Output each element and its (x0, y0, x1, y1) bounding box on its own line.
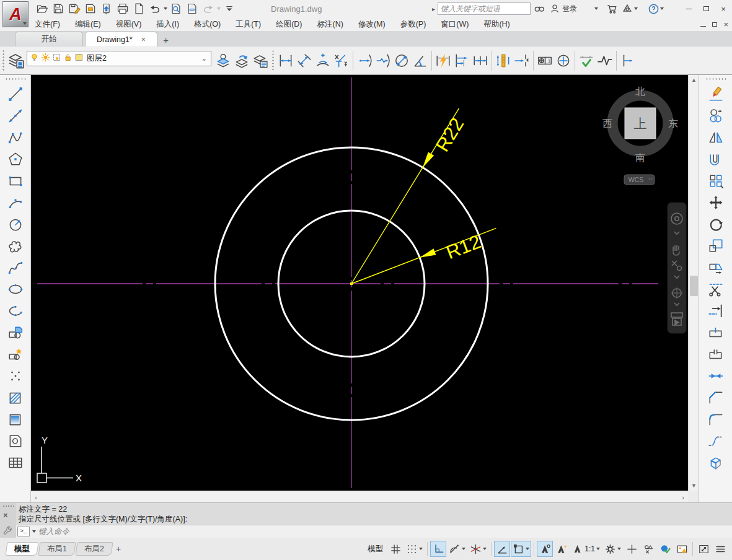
isodraft-dropdown-icon[interactable] (483, 548, 487, 550)
break-at-point-button[interactable] (705, 322, 726, 343)
undo-dropdown-icon[interactable] (164, 7, 167, 10)
dim-inspect-button[interactable] (577, 50, 596, 72)
preview-button[interactable] (169, 1, 183, 16)
join-button[interactable] (705, 365, 726, 387)
save-web-button[interactable] (83, 1, 98, 16)
ortho-toggle[interactable] (430, 541, 446, 557)
menu-item-10[interactable]: 窗口(W) (441, 19, 469, 30)
close-button[interactable]: × (715, 2, 732, 15)
viewcube-north-label[interactable]: 北 (635, 86, 645, 97)
plot-button[interactable] (115, 1, 130, 16)
layer-previous-button[interactable] (232, 50, 251, 72)
menu-item-0[interactable]: 文件(F) (35, 19, 60, 30)
polar-dropdown-icon[interactable] (462, 548, 465, 550)
quick-dim-button[interactable] (434, 50, 452, 72)
color-swatch-icon[interactable] (74, 53, 84, 64)
dim-linear-button[interactable] (276, 50, 295, 72)
explode-button[interactable] (705, 452, 726, 473)
vertical-scroll-thumb[interactable] (690, 276, 698, 296)
dim-break-button[interactable] (513, 50, 531, 72)
grid-toggle[interactable] (387, 541, 403, 557)
toolbar-grip[interactable] (271, 50, 275, 72)
viewcube[interactable]: 上北南西东 (602, 86, 678, 163)
menu-item-3[interactable]: 插入(I) (156, 19, 179, 30)
make-current-button[interactable] (214, 50, 232, 72)
move-button[interactable] (705, 191, 726, 213)
expand-arrow-icon[interactable]: ▸ (432, 6, 435, 12)
signin-user-icon[interactable] (548, 2, 562, 15)
customize-button[interactable] (222, 1, 237, 16)
bulb-on-icon[interactable] (30, 53, 39, 64)
workspace-gear-toggle[interactable] (602, 541, 623, 557)
blend-curves-button[interactable] (705, 430, 726, 452)
doc-close-button[interactable]: × (723, 20, 728, 29)
command-input[interactable]: >_ 键入命令 (16, 525, 732, 538)
center-mark-button[interactable] (554, 50, 573, 72)
crosshair-plus-toggle[interactable] (624, 541, 640, 557)
save-button[interactable] (51, 1, 66, 16)
circle-button[interactable] (5, 213, 26, 235)
annotation-scale-dropdown-icon[interactable] (596, 548, 600, 550)
layer-properties-button[interactable] (7, 50, 25, 72)
make-block-button[interactable] (5, 343, 26, 365)
annotation-visibility-toggle[interactable] (537, 541, 553, 557)
rotate-button[interactable] (705, 213, 726, 235)
ellipse-button[interactable] (5, 278, 26, 300)
layout-tab-模型[interactable]: 模型 (5, 542, 38, 556)
osnap-toggle[interactable] (511, 541, 531, 557)
dim-space-button[interactable] (494, 50, 513, 72)
toolbar-grip[interactable] (705, 77, 726, 81)
polygon-button[interactable] (5, 148, 26, 170)
menu-item-5[interactable]: 工具(T) (236, 19, 261, 30)
stretch-button[interactable] (705, 256, 726, 278)
menu-item-4[interactable]: 格式(O) (194, 19, 221, 30)
chamfer-button[interactable] (705, 387, 726, 408)
viewcube-east-label[interactable]: 东 (668, 118, 678, 129)
redo-dropdown-icon[interactable] (217, 7, 221, 10)
fillet-button[interactable] (705, 408, 726, 430)
offset-button[interactable] (705, 148, 726, 170)
dim-aligned-button[interactable] (295, 50, 314, 72)
minimize-button[interactable] (680, 2, 697, 15)
hatch-button[interactable] (5, 387, 26, 408)
array-button[interactable] (705, 170, 726, 191)
new-file-tab-button[interactable]: + (159, 33, 173, 46)
extend-button[interactable] (705, 300, 726, 322)
arc-button[interactable] (5, 191, 26, 213)
otrack-toggle[interactable] (494, 541, 510, 557)
wcs-button[interactable]: WCS (624, 175, 655, 185)
revision-cloud-button[interactable] (5, 235, 26, 256)
undo-button[interactable] (148, 1, 162, 16)
signin-dropdown-icon[interactable] (594, 7, 598, 10)
erase-button[interactable] (705, 83, 726, 105)
model-space-button[interactable]: 模型 (368, 544, 383, 554)
publish-button[interactable] (185, 1, 200, 16)
isolate-objects-toggle[interactable] (640, 541, 656, 557)
dim-baseline-button[interactable] (452, 50, 471, 72)
workspace-gear-dropdown-icon[interactable] (617, 548, 621, 550)
scroll-left-icon[interactable]: ‹ (31, 491, 41, 503)
help-icon[interactable] (646, 2, 660, 15)
redo-button[interactable] (201, 1, 216, 16)
a360-share-icon[interactable] (620, 2, 634, 15)
dim-radius-button[interactable] (355, 50, 374, 72)
drawing-canvas[interactable]: R22R12YX上北南西东WCS (31, 75, 688, 491)
trim-button[interactable] (705, 278, 726, 300)
copy-button[interactable] (705, 105, 726, 126)
viewport-freeze-icon[interactable] (52, 53, 61, 64)
isodraft-toggle[interactable] (468, 541, 488, 557)
clean-screen-toggle[interactable] (674, 541, 690, 557)
unlock-icon[interactable] (63, 53, 73, 64)
file-tab-close-icon[interactable]: × (141, 35, 146, 44)
save-as-button[interactable] (67, 1, 82, 16)
vertical-scrollbar[interactable]: ▲ ▼ (688, 75, 699, 491)
signin-label[interactable]: 登录 (562, 4, 577, 14)
polar-toggle[interactable] (447, 541, 467, 557)
ellipse-arc-button[interactable] (5, 300, 26, 322)
dim-ordinate-button[interactable] (332, 50, 351, 72)
new-layout-button[interactable]: + (116, 544, 121, 554)
layer-dropdown[interactable]: 图层2⌄ (27, 51, 211, 66)
scroll-right-icon[interactable]: › (678, 491, 688, 503)
navigation-bar[interactable] (668, 203, 686, 333)
scroll-down-icon[interactable]: ▼ (689, 481, 699, 491)
